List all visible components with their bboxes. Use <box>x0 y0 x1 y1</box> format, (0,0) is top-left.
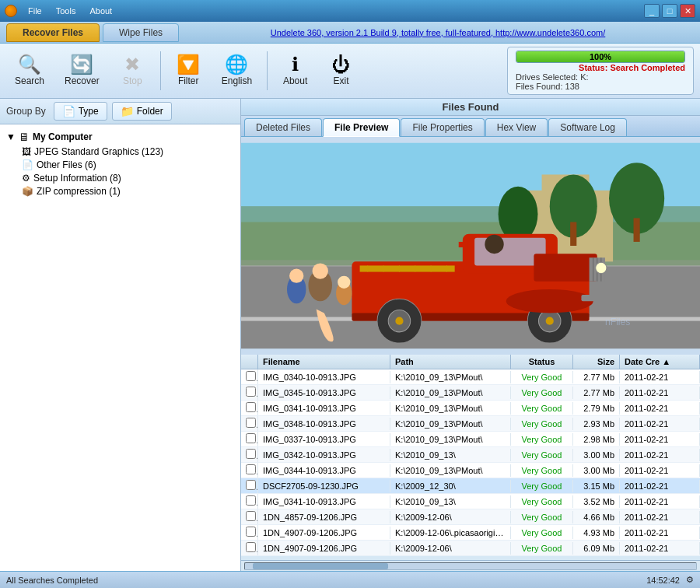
row-size: 4.93 Mb <box>573 527 620 539</box>
row-filename: 1DN_4857-09-1206.JPG <box>258 511 390 523</box>
english-button[interactable]: 🌐 English <box>213 51 261 90</box>
app-link[interactable]: Undelete 360, version 2.1 Build 9, total… <box>182 28 694 37</box>
group-by-type-button[interactable]: 📄 Type <box>54 102 107 121</box>
minimize-button[interactable]: _ <box>644 4 660 18</box>
filter-icon: 🔽 <box>177 55 200 74</box>
table-row[interactable]: IMG_0340-10-0913.JPG K:\2010_09_13\PMout… <box>241 369 700 385</box>
search-button[interactable]: 🔍 Search <box>6 51 53 90</box>
tree-item-jpeg[interactable]: 🖼 JPEG Standard Graphics (123) <box>22 146 234 157</box>
row-path: K:\2009_12_30\ <box>390 480 511 492</box>
tree-item-setup-label: Setup Information (8) <box>33 173 121 184</box>
row-date: 2011-02-21 <box>620 449 700 461</box>
tab-wipe-files[interactable]: Wipe Files <box>103 23 179 42</box>
col-header-path[interactable]: Path <box>390 355 511 369</box>
row-checkbox[interactable] <box>246 495 256 506</box>
table-row[interactable]: 1DN_4907-09-1206.JPG K:\2009-12-06\.pica… <box>241 525 700 541</box>
row-path: K:\2010_09_13\PMout\ <box>390 464 511 477</box>
row-status: Very Good <box>511 371 573 383</box>
stop-button[interactable]: ✖ Stop <box>111 51 154 90</box>
right-panel: Files Found Deleted Files File Preview F… <box>241 99 700 571</box>
stop-icon: ✖ <box>124 55 140 74</box>
row-filename: IMG_0337-10-0913.JPG <box>258 433 390 446</box>
menu-tools[interactable]: Tools <box>50 5 82 17</box>
row-checkbox[interactable] <box>246 433 256 443</box>
row-path: K:\2010_09_13\PMout\ <box>390 433 511 446</box>
tree-item-other-label: Other Files (6) <box>37 159 96 170</box>
row-date: 2011-02-21 <box>620 542 700 555</box>
table-row[interactable]: IMG_0345-10-0913.JPG K:\2010_09_13\PMout… <box>241 385 700 401</box>
row-checkbox[interactable] <box>246 542 256 552</box>
preview-image: nFiles <box>241 137 700 355</box>
col-header-date[interactable]: Date Cre ▲ <box>620 355 700 369</box>
table-row[interactable]: IMG_0342-10-0913.JPG K:\2010_09_13\ Very… <box>241 447 700 463</box>
table-row[interactable]: IMG_0341-10-0913.JPG K:\2010_09_13\ Very… <box>241 494 700 509</box>
row-checkbox[interactable] <box>246 480 256 490</box>
table-row[interactable]: DSCF2705-09-1230.JPG K:\2009_12_30\ Very… <box>241 478 700 494</box>
group-folder-label: Folder <box>137 106 163 117</box>
menu-file[interactable]: File <box>22 5 48 17</box>
status-bar-indicator: ⚙ <box>686 575 694 585</box>
row-path: K:\2010_09_13\ <box>390 449 511 461</box>
status-bar-right: 14:52:42 ⚙ <box>646 575 694 585</box>
table-row[interactable]: IMG_0348-10-0913.JPG K:\2010_09_13\PMout… <box>241 416 700 432</box>
tree-item-zip-icon: 📦 <box>22 186 33 197</box>
col-header-status[interactable]: Status <box>511 355 573 369</box>
status-bar-text: All Searches Completed <box>6 576 98 585</box>
svg-point-42 <box>313 263 328 278</box>
horizontal-scrollbar[interactable] <box>241 560 700 571</box>
tab-file-preview[interactable]: File Preview <box>323 118 400 137</box>
close-button[interactable]: ✕ <box>680 4 695 18</box>
preview-area: nFiles <box>241 137 700 355</box>
menu-about[interactable]: About <box>83 5 118 17</box>
row-checkbox[interactable] <box>246 387 256 397</box>
table-row[interactable]: 1DN_4907-09-1206.JPG K:\2009-12-06\ Very… <box>241 541 700 556</box>
tab-hex-view[interactable]: Hex View <box>485 118 548 136</box>
tree-item-setup[interactable]: ⚙ Setup Information (8) <box>22 173 234 184</box>
row-checkbox[interactable] <box>246 464 256 474</box>
tree-root[interactable]: ▼ 🖥 My Computer <box>6 131 234 143</box>
table-row[interactable]: IMG_0344-10-0913.JPG K:\2010_09_13\PMout… <box>241 463 700 478</box>
group-by-folder-button[interactable]: 📁 Folder <box>112 102 172 121</box>
english-label: English <box>222 75 252 86</box>
maximize-button[interactable]: □ <box>662 4 677 18</box>
status-bar-time: 14:52:42 <box>646 576 680 585</box>
row-checkbox[interactable] <box>246 527 256 537</box>
row-date: 2011-02-21 <box>620 464 700 477</box>
status-text: Status: Search Completed <box>579 63 685 72</box>
recover-button[interactable]: 🔄 Recover <box>56 51 108 90</box>
table-row[interactable]: IMG_0341-10-0913.JPG K:\2010_09_13\PMout… <box>241 401 700 416</box>
about-button[interactable]: ℹ About <box>274 51 317 90</box>
group-by-label: Group By <box>6 106 46 117</box>
search-icon: 🔍 <box>18 55 41 74</box>
row-checkbox[interactable] <box>246 511 256 521</box>
progress-bar: 100% <box>516 51 685 63</box>
tab-file-properties[interactable]: File Properties <box>401 118 484 136</box>
about-label: About <box>283 75 307 86</box>
tree-item-zip[interactable]: 📦 ZIP compression (1) <box>22 186 234 197</box>
tree-root-label: My Computer <box>33 131 93 142</box>
row-checkbox[interactable] <box>246 402 256 412</box>
tab-recover-files[interactable]: Recover Files <box>6 23 100 42</box>
svg-point-22 <box>596 262 607 273</box>
table-row[interactable]: IMG_0337-10-0913.JPG K:\2010_09_13\PMout… <box>241 432 700 447</box>
row-date: 2011-02-21 <box>620 402 700 415</box>
tree-item-other[interactable]: 📄 Other Files (6) <box>22 159 234 170</box>
tab-software-log[interactable]: Software Log <box>548 118 627 136</box>
row-size: 3.52 Mb <box>573 495 620 508</box>
row-checkbox[interactable] <box>246 449 256 459</box>
table-row[interactable]: 1DN_4857-09-1206.JPG K:\2009-12-06\ Very… <box>241 509 700 525</box>
row-status: Very Good <box>511 433 573 446</box>
file-list-body[interactable]: IMG_0340-10-0913.JPG K:\2010_09_13\PMout… <box>241 369 700 560</box>
svg-text:nFiles: nFiles <box>605 317 631 327</box>
row-checkbox[interactable] <box>246 418 256 428</box>
row-filename: IMG_0344-10-0913.JPG <box>258 464 390 477</box>
group-type-label: Type <box>79 106 99 117</box>
row-filename: IMG_0348-10-0913.JPG <box>258 418 390 430</box>
row-checkbox[interactable] <box>246 371 256 381</box>
col-header-size[interactable]: Size <box>573 355 620 369</box>
filter-button[interactable]: 🔽 Filter <box>167 51 210 90</box>
row-size: 3.15 Mb <box>573 480 620 492</box>
col-header-filename[interactable]: Filename <box>258 355 390 369</box>
exit-button[interactable]: ⏻ Exit <box>320 51 362 90</box>
tab-deleted-files[interactable]: Deleted Files <box>244 118 322 136</box>
